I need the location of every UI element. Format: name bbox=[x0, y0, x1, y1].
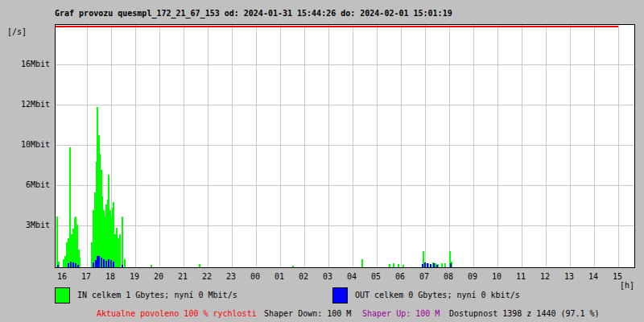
y-axis-tick bbox=[50, 145, 55, 146]
out-series-spike bbox=[98, 256, 100, 267]
out-series-spike bbox=[422, 264, 423, 267]
x-tick-label: 19 bbox=[125, 272, 144, 282]
out-series-spike bbox=[93, 262, 94, 267]
x-tick-label: 23 bbox=[221, 272, 241, 282]
x-tick-label: 11 bbox=[511, 272, 530, 282]
grid-v-line bbox=[159, 25, 160, 267]
x-tick-label: 14 bbox=[584, 272, 603, 282]
in-series-spike bbox=[56, 217, 58, 267]
x-tick-label: 05 bbox=[366, 272, 386, 282]
out-series-spike bbox=[101, 258, 102, 267]
y-axis-tick bbox=[50, 185, 55, 186]
grid-v-line bbox=[449, 25, 450, 267]
x-tick-label: 07 bbox=[415, 272, 434, 282]
grid-v-line bbox=[497, 25, 498, 267]
x-tick-label: 08 bbox=[439, 272, 458, 282]
out-series-spike bbox=[70, 262, 72, 267]
footer-allowed-speed: Aktualne povoleno 100 % rychlosti bbox=[97, 309, 257, 319]
in-series-spike bbox=[119, 234, 121, 267]
x-tick-label: 04 bbox=[342, 272, 361, 282]
grid-v-line bbox=[618, 25, 619, 267]
legend-in-label: IN celkem 1 Gbytes; nyní 0 Mbit/s bbox=[77, 291, 237, 300]
grid-h-line bbox=[56, 64, 634, 65]
out-series-spike bbox=[57, 265, 59, 267]
y-axis-tick bbox=[50, 225, 55, 226]
grid-v-line bbox=[425, 25, 426, 267]
in-series-spike bbox=[389, 264, 390, 267]
grid-h-line bbox=[56, 225, 634, 226]
grid-v-line bbox=[280, 25, 281, 267]
out-series-spike bbox=[436, 265, 438, 267]
grid-v-line bbox=[87, 25, 88, 267]
x-axis-unit-label: [h] bbox=[620, 281, 634, 291]
shaper-limit-line bbox=[56, 26, 618, 27]
y-tick-label: 12Mbit bbox=[6, 100, 50, 109]
in-series-spike bbox=[402, 265, 404, 267]
x-tick-label: 20 bbox=[149, 272, 168, 282]
x-tick-label: 12 bbox=[535, 272, 555, 282]
footer-shaper-up: Shaper Up: 100 M bbox=[362, 309, 440, 319]
grid-v-line bbox=[304, 25, 305, 267]
in-series-spike bbox=[124, 259, 126, 267]
in-series-spike bbox=[361, 259, 363, 267]
out-series-spike bbox=[122, 265, 123, 267]
in-series-spike bbox=[393, 263, 394, 267]
x-tick-label: 02 bbox=[294, 272, 313, 282]
graph-title: Graf provozu quesmpl_172_21_67_153 od: 2… bbox=[55, 9, 452, 19]
x-tick-label: 18 bbox=[101, 272, 120, 282]
plot-area bbox=[55, 24, 635, 268]
in-series-spike bbox=[199, 264, 200, 267]
out-series-spike bbox=[113, 262, 114, 267]
grid-v-line bbox=[522, 25, 522, 267]
x-tick-label: 06 bbox=[390, 272, 410, 282]
x-tick-label: 03 bbox=[318, 272, 337, 282]
x-tick-label: 13 bbox=[559, 272, 579, 282]
legend-out-swatch bbox=[332, 287, 348, 303]
x-tick-label: 01 bbox=[270, 272, 289, 282]
y-tick-label: 3Mbit bbox=[6, 221, 50, 230]
grid-v-line bbox=[594, 25, 595, 267]
in-series-spike bbox=[441, 263, 443, 267]
grid-v-line bbox=[353, 25, 353, 267]
grid-v-line bbox=[184, 25, 184, 267]
in-series-spike bbox=[151, 265, 152, 267]
y-tick-label: 6Mbit bbox=[6, 180, 50, 190]
footer-shaper-down: Shaper Down: 100 M bbox=[264, 309, 351, 319]
x-tick-label: 00 bbox=[246, 272, 265, 282]
out-series-spike bbox=[430, 264, 431, 267]
grid-v-line bbox=[546, 25, 547, 267]
footer-availability: Dostupnost 1398 z 1440 (97.1 %) bbox=[449, 309, 600, 319]
grid-v-line bbox=[135, 25, 136, 267]
legend-in-swatch bbox=[55, 287, 70, 303]
x-tick-label: 22 bbox=[197, 272, 217, 282]
out-series-spike bbox=[77, 265, 79, 267]
grid-v-line bbox=[473, 25, 474, 267]
legend-out-label: OUT celkem 0 Gbytes; nyní 0 kbit/s bbox=[355, 291, 520, 300]
grid-v-line bbox=[256, 25, 257, 267]
grid-h-line bbox=[56, 145, 634, 146]
y-tick-label: 10Mbit bbox=[6, 140, 50, 150]
in-series-spike bbox=[444, 263, 446, 267]
in-series-spike bbox=[292, 266, 294, 267]
out-series-spike bbox=[427, 263, 428, 267]
x-tick-label: 10 bbox=[487, 272, 506, 282]
out-series-spike bbox=[110, 260, 112, 267]
x-tick-label: 16 bbox=[52, 272, 72, 282]
grid-v-line bbox=[328, 25, 329, 267]
y-axis-tick bbox=[50, 64, 55, 65]
grid-v-line bbox=[232, 25, 233, 267]
out-series-spike bbox=[75, 263, 76, 267]
grid-h-line bbox=[56, 185, 634, 186]
out-series-spike bbox=[108, 259, 109, 267]
out-series-spike bbox=[433, 263, 435, 267]
in-series-spike bbox=[398, 264, 399, 267]
out-series-spike bbox=[72, 262, 74, 267]
grid-h-line bbox=[56, 105, 634, 105]
x-tick-label: 21 bbox=[173, 272, 192, 282]
y-axis-unit-label: [/s] bbox=[7, 27, 27, 37]
traffic-graph-page: Graf provozu quesmpl_172_21_67_153 od: 2… bbox=[0, 0, 644, 322]
grid-v-line bbox=[208, 25, 208, 267]
y-tick-label: 16Mbit bbox=[6, 60, 50, 69]
out-series-spike bbox=[68, 263, 69, 267]
x-tick-label: 17 bbox=[76, 272, 96, 282]
